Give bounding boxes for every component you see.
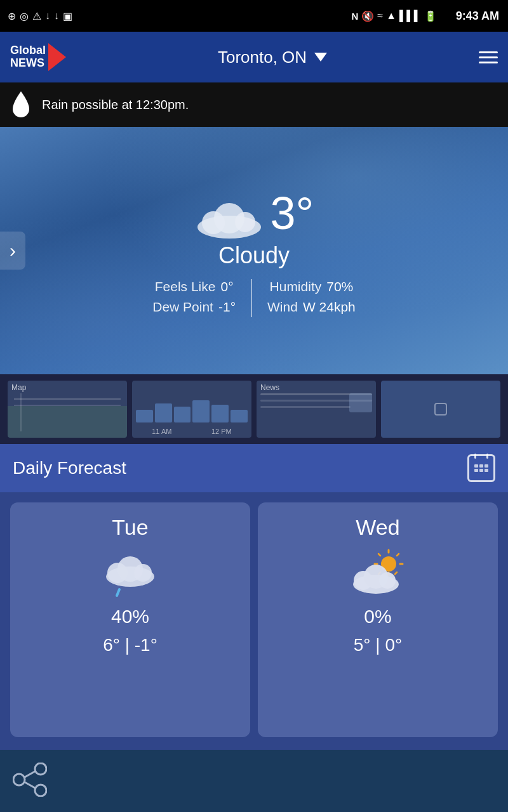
logo-box: Global NEWS [10, 43, 66, 71]
forecast-precip-tue: 40% [111, 606, 149, 627]
forecast-card-wed[interactable]: Wed [258, 502, 498, 737]
calendar-grid [471, 461, 492, 476]
n-icon: N [352, 11, 359, 22]
hamburger-line3 [479, 62, 498, 63]
humidity-value: 70% [326, 279, 353, 294]
forecast-low-tue: -1° [135, 635, 157, 655]
svg-point-22 [13, 774, 25, 785]
photo-icon: ▣ [63, 10, 72, 22]
feels-like-label: Feels Like [155, 279, 216, 294]
forecast-low-wed: 0° [385, 635, 402, 655]
detail-col-left: Feels Like 0° Dew Point -1° [152, 279, 236, 317]
wifi-icon: ▲ [386, 10, 396, 22]
weather-main: 3° Cloudy Feels Like 0° Dew Point -1° Hu… [0, 127, 508, 374]
alert-bar: Rain possible at 12:30pm. [0, 82, 508, 127]
dew-point-row: Dew Point -1° [152, 299, 236, 315]
download-icon: ↓ [45, 10, 50, 22]
vibrate-icon: ≈ [377, 10, 383, 22]
time-labels: 11 AM 12 PM [132, 428, 251, 435]
daily-forecast-section: Daily Forecast Tue [0, 444, 508, 750]
cloudy-icon [194, 194, 258, 232]
condition-text: Cloudy [218, 242, 290, 269]
weather-content: 3° Cloudy Feels Like 0° Dew Point -1° Hu… [152, 184, 356, 317]
thumb-news[interactable]: News [257, 381, 376, 438]
thumb-settings[interactable] [381, 381, 500, 438]
wind-value: W 24kph [303, 299, 356, 315]
forecast-cards: Tue 40% 6° | -1° [0, 492, 508, 737]
wind-label: Wind [267, 299, 298, 315]
forecast-temps-wed: 5° | 0° [354, 635, 402, 655]
app-thumbnails: Map 11 AM 12 PM News [0, 374, 508, 444]
add-icon: ⊕ [8, 10, 16, 22]
cloud-rain-icon-tue [102, 547, 159, 598]
share-icon [13, 763, 47, 797]
hamburger-line2 [479, 56, 498, 58]
svg-line-16 [397, 554, 399, 556]
swipe-left-button[interactable] [0, 232, 25, 270]
feels-like-row: Feels Like 0° [155, 279, 234, 294]
logo-arrow [48, 43, 66, 71]
svg-line-15 [395, 572, 397, 574]
forecast-sep-wed: | [375, 635, 385, 655]
svg-point-21 [379, 572, 396, 589]
logo-container[interactable]: Global NEWS [10, 43, 66, 71]
location-icon: ◎ [20, 10, 29, 22]
partly-sunny-svg [349, 547, 406, 598]
svg-line-14 [378, 554, 380, 556]
temperature-display: 3° [271, 190, 314, 236]
battery-icon: 🔋 [424, 10, 437, 22]
forecast-sep-tue: | [125, 635, 135, 655]
time-label-12pm: 12 PM [211, 428, 232, 435]
dew-point-label: Dew Point [152, 299, 213, 315]
cal-cell [485, 469, 488, 472]
cal-cell [474, 464, 478, 468]
share-button[interactable] [13, 763, 47, 799]
forecast-card-tue[interactable]: Tue 40% 6° | -1° [10, 502, 250, 737]
dew-point-value: -1° [218, 299, 236, 315]
svg-point-24 [35, 785, 46, 796]
svg-point-7 [134, 564, 152, 582]
cal-cell [479, 464, 483, 468]
calendar-button[interactable] [467, 454, 495, 482]
thumb-map[interactable]: Map [8, 381, 127, 438]
thumb-hourly[interactable]: 11 AM 12 PM [132, 381, 251, 438]
menu-button[interactable] [479, 51, 498, 63]
svg-point-3 [235, 212, 255, 232]
humidity-label: Humidity [270, 279, 322, 294]
city-dropdown-arrow [314, 53, 327, 62]
settings-icon [434, 403, 447, 416]
svg-line-25 [25, 771, 35, 777]
download2-icon: ↓ [54, 10, 59, 22]
time-label-11am: 11 AM [152, 428, 171, 435]
bottom-bar [13, 763, 47, 799]
details-divider [251, 279, 252, 317]
alert-message: Rain possible at 12:30pm. [42, 98, 189, 112]
svg-line-8 [117, 589, 119, 596]
app-header: Global NEWS Toronto, ON [0, 32, 508, 82]
signal-icon: ▌▌▌ [399, 10, 421, 22]
weather-details: Feels Like 0° Dew Point -1° Humidity 70%… [152, 279, 356, 317]
forecast-day-wed: Wed [356, 515, 399, 540]
cloud-svg [194, 194, 264, 239]
raindrop-svg [10, 90, 32, 119]
svg-point-23 [35, 763, 46, 775]
forecast-temps-tue: 6° | -1° [103, 635, 157, 655]
thumb-map-label: Map [11, 383, 26, 392]
cal-cell [474, 469, 478, 472]
hamburger-line1 [479, 51, 498, 53]
warning-icon: ⚠ [32, 10, 41, 22]
detail-col-right: Humidity 70% Wind W 24kph [267, 279, 356, 317]
city-selector[interactable]: Toronto, ON [218, 48, 327, 67]
forecast-high-wed: 5° [354, 635, 371, 655]
forecast-header: Daily Forecast [0, 444, 508, 492]
cal-cell [485, 464, 488, 468]
status-icons-right: N 🔇 ≈ ▲ ▌▌▌ 🔋 [352, 10, 437, 22]
status-bar: ⊕ ◎ ⚠ ↓ ↓ ▣ N 🔇 ≈ ▲ ▌▌▌ 🔋 9:43 AM [0, 0, 508, 32]
logo-line1: Global [10, 44, 46, 57]
svg-line-26 [25, 782, 35, 788]
thumb-news-label: News [260, 383, 279, 392]
logo-line2: NEWS [10, 57, 46, 70]
partly-sunny-icon-wed [349, 547, 406, 598]
humidity-row: Humidity 70% [270, 279, 354, 294]
forecast-high-tue: 6° [103, 635, 120, 655]
